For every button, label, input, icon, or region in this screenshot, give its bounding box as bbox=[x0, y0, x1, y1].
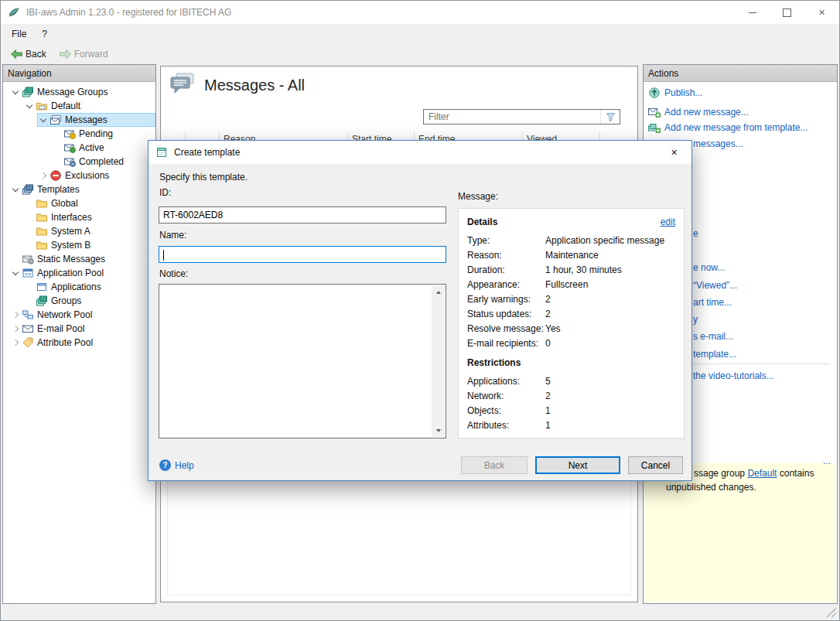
notice-scrollbar[interactable] bbox=[432, 285, 445, 437]
expander-collapsed-icon[interactable] bbox=[9, 309, 22, 321]
tree-item-completed[interactable]: Completed bbox=[3, 155, 155, 169]
expander-expanded-icon[interactable] bbox=[23, 100, 36, 112]
dialog-close-button[interactable]: × bbox=[657, 141, 691, 164]
expander-spacer bbox=[51, 155, 63, 168]
action-label: Add new message... bbox=[664, 107, 749, 118]
clipped-action-fragment-ellipsis[interactable]: ... bbox=[823, 456, 831, 466]
expander-collapsed-icon[interactable] bbox=[9, 336, 22, 349]
id-field[interactable] bbox=[159, 206, 446, 223]
tree-item-application-pool[interactable]: Application Pool bbox=[3, 266, 155, 280]
notice-line-2: unpublished changes. bbox=[666, 482, 756, 493]
tree-item-groups[interactable]: Groups bbox=[3, 294, 155, 308]
tree-item-label: System A bbox=[51, 226, 97, 237]
tree-item-messages[interactable]: Messages bbox=[3, 113, 155, 127]
clipped-action-fragment-the-video-tutorials[interactable]: the video-tutorials... bbox=[693, 370, 774, 381]
name-field[interactable] bbox=[159, 246, 446, 263]
scroll-down-icon[interactable] bbox=[432, 424, 445, 437]
tree-item-system-a[interactable]: System A bbox=[3, 224, 155, 238]
tree-item-static-messages[interactable]: Static Messages bbox=[3, 252, 155, 266]
detail-row-resolve-message: Resolve message:Yes bbox=[467, 321, 675, 336]
back-dialog-button[interactable]: Back bbox=[461, 456, 528, 474]
navigation-header: Navigation bbox=[3, 65, 155, 82]
attribute-pool-icon bbox=[22, 336, 34, 349]
detail-label: Early warnings: bbox=[467, 294, 545, 305]
tree-item-pending[interactable]: Pending bbox=[3, 127, 155, 141]
restrictions-rows: Applications:5Network:2Objects:1Attribut… bbox=[467, 374, 675, 432]
tree-item-exclusions[interactable]: Exclusions bbox=[3, 169, 155, 183]
detail-label: Attributes: bbox=[467, 420, 545, 431]
tree-item-inner: Application Pool bbox=[9, 266, 155, 280]
tree-item-inner: Groups bbox=[23, 294, 155, 308]
expander-expanded-icon[interactable] bbox=[9, 267, 22, 279]
scroll-up-icon[interactable] bbox=[432, 285, 445, 299]
detail-row-objects: Objects:1 bbox=[467, 403, 675, 418]
tree-item-default[interactable]: Default bbox=[3, 99, 155, 113]
tree-item-global[interactable]: Global bbox=[3, 196, 155, 210]
expander-collapsed-icon[interactable] bbox=[9, 322, 22, 335]
expander-spacer bbox=[23, 225, 36, 237]
clipped-action-fragment-messages[interactable]: messages... bbox=[693, 138, 743, 149]
tree-item-label: Attribute Pool bbox=[37, 337, 99, 348]
cancel-button[interactable]: Cancel bbox=[628, 456, 683, 474]
back-button[interactable]: Back bbox=[4, 46, 53, 63]
tree-item-inner: Message Groups bbox=[9, 85, 155, 99]
tree-item-attribute-pool[interactable]: Attribute Pool bbox=[3, 336, 155, 350]
forward-arrow-icon bbox=[59, 48, 71, 60]
maximize-icon bbox=[783, 9, 791, 17]
expander-expanded-icon[interactable] bbox=[9, 183, 22, 196]
action-add-new-message-from-template[interactable]: Add new message from template... bbox=[648, 121, 808, 135]
edit-link[interactable]: edit bbox=[661, 217, 675, 227]
clipped-action-fragment-viewed[interactable]: “Viewed”... bbox=[693, 280, 737, 291]
detail-label: Appearance: bbox=[467, 279, 545, 290]
tree-item-system-b[interactable]: System B bbox=[3, 238, 155, 252]
groups-icon bbox=[36, 295, 48, 307]
detail-value: Application specific message bbox=[545, 235, 664, 246]
close-button[interactable]: × bbox=[804, 1, 839, 24]
action-add-new-message[interactable]: Add new message... bbox=[648, 105, 749, 119]
clipped-action-fragment-s-e-mail[interactable]: s e-mail... bbox=[693, 331, 733, 342]
clipped-action-fragment-e[interactable]: e bbox=[693, 228, 698, 239]
clipped-action-fragment-y[interactable]: y bbox=[693, 314, 698, 325]
tree-item-e-mail-pool[interactable]: E-mail Pool bbox=[3, 322, 155, 336]
detail-value: 2 bbox=[545, 309, 551, 319]
forward-button[interactable]: Forward bbox=[53, 46, 114, 63]
tree-item-interfaces[interactable]: Interfaces bbox=[3, 210, 155, 224]
help-link[interactable]: ? Help bbox=[159, 459, 194, 471]
tree-item-inner: Global bbox=[23, 196, 155, 210]
clipped-action-fragment-art-time[interactable]: art time... bbox=[693, 297, 732, 308]
clipped-action-fragment-e-now[interactable]: e now... bbox=[693, 262, 725, 273]
minimize-button[interactable] bbox=[735, 1, 770, 24]
tree-item-label: Templates bbox=[37, 184, 86, 195]
clipped-action-fragment-template[interactable]: template... bbox=[693, 349, 736, 360]
tree-item-message-groups[interactable]: Message Groups bbox=[3, 85, 155, 99]
tree-item-active[interactable]: Active bbox=[3, 141, 155, 155]
detail-value: Yes bbox=[545, 323, 561, 334]
maximize-button[interactable] bbox=[770, 1, 804, 24]
create-template-icon bbox=[155, 146, 168, 159]
tree-item-label: Applications bbox=[51, 281, 108, 292]
tree-item-label: Static Messages bbox=[37, 254, 111, 264]
expander-collapsed-icon[interactable] bbox=[37, 169, 50, 182]
tree-item-applications[interactable]: Applications bbox=[3, 280, 155, 294]
resize-grip[interactable] bbox=[826, 607, 836, 617]
action-publish[interactable]: Publish... bbox=[648, 86, 702, 100]
next-button[interactable]: Next bbox=[535, 456, 620, 474]
pending-icon bbox=[63, 128, 76, 140]
expander-expanded-icon[interactable] bbox=[9, 86, 22, 98]
menu-help[interactable]: ? bbox=[34, 26, 55, 43]
expander-expanded-icon[interactable] bbox=[37, 114, 50, 126]
filter-input[interactable] bbox=[424, 111, 600, 123]
expander-spacer bbox=[9, 253, 22, 265]
detail-value: Fullscreen bbox=[545, 279, 588, 290]
notice-line-1: ssage group Default contains bbox=[694, 468, 814, 479]
expander-spacer bbox=[23, 211, 36, 223]
tree-item-label: Interfaces bbox=[51, 212, 98, 223]
tree-item-network-pool[interactable]: Network Pool bbox=[3, 308, 155, 322]
tree-item-templates[interactable]: Templates bbox=[3, 183, 155, 196]
tree-item-label: Global bbox=[51, 198, 84, 209]
menu-file[interactable]: File bbox=[4, 26, 34, 43]
default-group-link[interactable]: Default bbox=[747, 468, 777, 479]
tree-item-label: Completed bbox=[79, 156, 130, 167]
notice-field[interactable] bbox=[159, 284, 446, 438]
filter-funnel-icon[interactable] bbox=[600, 110, 620, 124]
